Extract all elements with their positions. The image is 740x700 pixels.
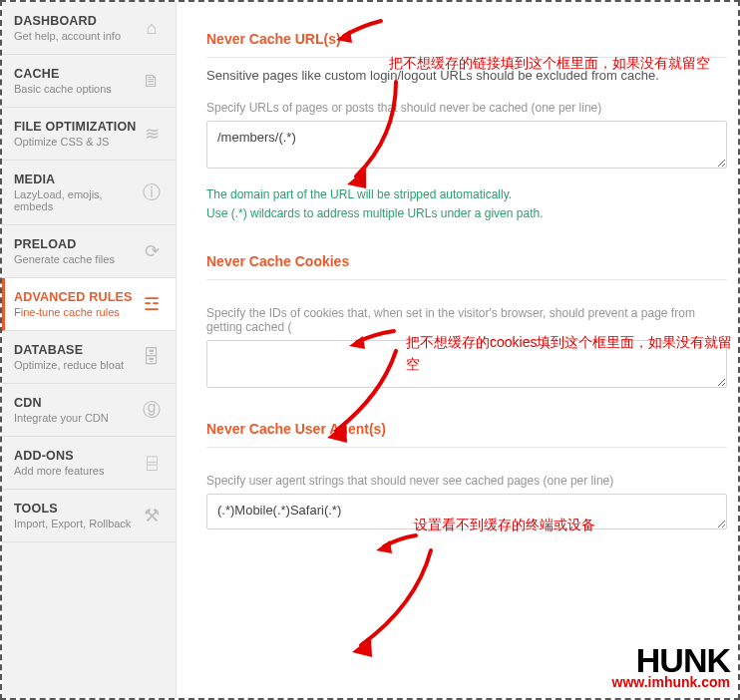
divider — [206, 57, 727, 58]
sidebar-item-tools[interactable]: TOOLS Import, Export, Rollback ⚒ — [2, 490, 176, 542]
sidebar-item-preload[interactable]: PRELOAD Generate cache files ⟳ — [2, 225, 176, 278]
never-cache-cookies-input[interactable] — [206, 340, 727, 388]
document-icon: 🗎 — [138, 71, 166, 92]
sidebar-item-dashboard[interactable]: DASHBOARD Get help, account info ⌂ — [2, 2, 176, 55]
sidebar-item-advanced-rules[interactable]: ADVANCED RULES Fine-tune cache rules ☲ — [2, 278, 176, 331]
sidebar-item-file-optimization[interactable]: FILE OPTIMIZATION Optimize CSS & JS ≋ — [2, 108, 176, 161]
sidebar-item-sub: Optimize, reduce bloat — [14, 359, 138, 371]
section-title: Never Cache URL(s) — [206, 31, 727, 47]
section-never-cache-cookies: Never Cache Cookies Specify the IDs of c… — [206, 253, 727, 391]
sidebar-item-cache[interactable]: CACHE Basic cache options 🗎 — [2, 55, 176, 108]
sidebar-item-title: CACHE — [14, 67, 138, 81]
field-label: Specify user agent strings that should n… — [206, 474, 727, 488]
addons-icon: ⌸ — [138, 453, 166, 474]
sidebar-item-addons[interactable]: ADD-ONS Add more features ⌸ — [2, 437, 176, 490]
sidebar-item-title: MEDIA — [14, 173, 138, 186]
section-never-cache-user-agents: Never Cache User Agent(s) Specify user a… — [206, 421, 727, 532]
never-cache-ua-input[interactable] — [206, 494, 727, 529]
sidebar-item-title: ADVANCED RULES — [14, 290, 138, 304]
section-never-cache-urls: Never Cache URL(s) Sensitive pages like … — [206, 31, 727, 223]
sidebar-item-title: DASHBOARD — [14, 14, 138, 28]
divider — [206, 279, 727, 280]
sidebar-item-title: FILE OPTIMIZATION — [14, 120, 138, 134]
refresh-icon: ⟳ — [138, 240, 166, 262]
sidebar-item-title: ADD-ONS — [14, 449, 138, 463]
home-icon: ⌂ — [138, 18, 166, 39]
field-label: Specify the IDs of cookies that, when se… — [206, 306, 727, 334]
sidebar-item-sub: Basic cache options — [14, 83, 138, 95]
sidebar-item-sub: LazyLoad, emojis, embeds — [14, 188, 138, 212]
sliders-icon: ☲ — [138, 293, 166, 315]
section-title: Never Cache User Agent(s) — [206, 421, 727, 437]
layers-icon: ≋ — [138, 123, 166, 145]
sidebar-item-database[interactable]: DATABASE Optimize, reduce bloat 🗄 — [2, 331, 176, 384]
sidebar-item-media[interactable]: MEDIA LazyLoad, emojis, embeds ⓘ — [2, 161, 176, 225]
sidebar-item-title: TOOLS — [14, 502, 138, 516]
database-icon: 🗄 — [138, 347, 166, 368]
globe-icon: ⓖ — [138, 398, 166, 422]
sidebar-item-title: PRELOAD — [14, 237, 138, 251]
sidebar-item-sub: Optimize CSS & JS — [14, 136, 138, 148]
media-icon: ⓘ — [138, 180, 166, 204]
sidebar-item-sub: Integrate your CDN — [14, 412, 138, 424]
sidebar-item-sub: Generate cache files — [14, 253, 138, 265]
sidebar-item-sub: Fine-tune cache rules — [14, 306, 138, 318]
section-title: Never Cache Cookies — [206, 253, 727, 269]
section-description: Sensitive pages like custom login/logout… — [206, 68, 727, 83]
field-label: Specify URLs of pages or posts that shou… — [206, 101, 727, 115]
tools-icon: ⚒ — [138, 505, 166, 526]
field-hint: The domain part of the URL will be strip… — [206, 185, 727, 223]
main-panel: Never Cache URL(s) Sensitive pages like … — [177, 2, 740, 698]
sidebar-item-title: DATABASE — [14, 343, 138, 357]
divider — [206, 447, 727, 448]
never-cache-urls-input[interactable] — [206, 121, 727, 169]
sidebar-item-title: CDN — [14, 396, 138, 410]
sidebar-item-cdn[interactable]: CDN Integrate your CDN ⓖ — [2, 384, 176, 437]
sidebar-item-sub: Get help, account info — [14, 30, 138, 42]
sidebar-item-sub: Import, Export, Rollback — [14, 518, 138, 529]
sidebar-item-sub: Add more features — [14, 465, 138, 477]
sidebar: DASHBOARD Get help, account info ⌂ CACHE… — [2, 2, 177, 698]
